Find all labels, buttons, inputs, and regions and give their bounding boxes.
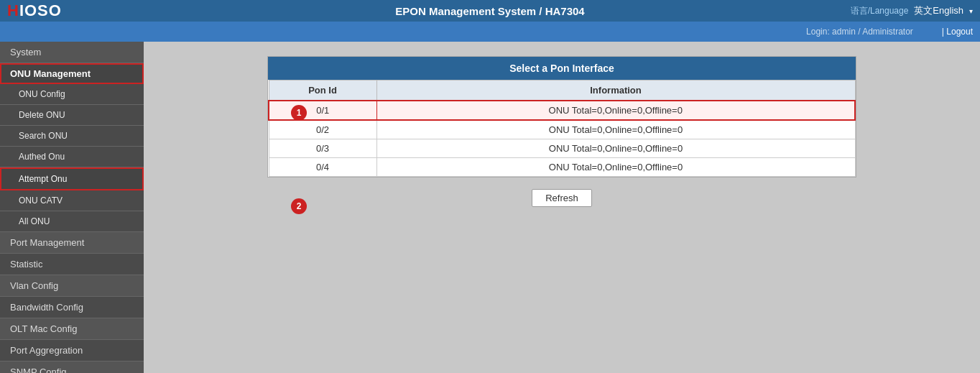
sidebar-item-bandwidth-config[interactable]: Bandwidth Config <box>0 297 144 318</box>
header-title: EPON Management System / HA7304 <box>395 5 584 17</box>
sidebar-item-onu-catv[interactable]: ONU CATV <box>0 190 144 211</box>
language-value: 英文English <box>914 4 963 17</box>
table-row[interactable]: 0/1 ONU Total=0,Online=0,Offline=0 <box>269 101 855 120</box>
info-cell: ONU Total=0,Online=0,Offline=0 <box>376 101 855 120</box>
logo-text: HIOSO <box>7 1 62 20</box>
logout-button[interactable]: | Logout <box>942 27 973 37</box>
info-cell: ONU Total=0,Online=0,Offline=0 <box>376 158 855 177</box>
pon-id-cell: 0/2 <box>269 120 376 139</box>
pon-id-cell: 0/1 <box>269 101 376 120</box>
sidebar-item-onu-config[interactable]: ONU Config <box>0 84 144 105</box>
pon-id-cell: 0/4 <box>269 158 376 177</box>
col-header-information: Information <box>376 80 855 101</box>
table-row[interactable]: 0/4 ONU Total=0,Online=0,Offline=0 <box>269 158 855 177</box>
pon-interface-table: Select a Pon Interface Pon Id Informatio… <box>267 56 856 178</box>
logo-rest: IOSO <box>19 1 62 19</box>
sidebar-item-onu-management[interactable]: ONU Management <box>0 63 144 84</box>
info-cell: ONU Total=0,Online=0,Offline=0 <box>376 139 855 158</box>
language-label: 语言/Language <box>851 5 909 17</box>
sidebar-item-snmp-config[interactable]: SNMP Config <box>0 362 144 373</box>
col-header-pon-id: Pon Id <box>269 80 376 101</box>
header-bottom: Login: admin / Administrator | Logout <box>0 22 980 42</box>
pon-table-title: Select a Pon Interface <box>268 57 856 80</box>
badge-1: 1 <box>291 105 307 121</box>
table-row[interactable]: 0/3 ONU Total=0,Online=0,Offline=0 <box>269 139 855 158</box>
sidebar: System ONU Management ONU Config Delete … <box>0 42 144 373</box>
language-selector[interactable]: 语言/Language 英文English ▾ <box>851 4 973 17</box>
pon-table: Pon Id Information 0/1 ONU Total=0,Onlin… <box>268 80 856 177</box>
badge-2: 2 <box>291 198 307 214</box>
info-cell: ONU Total=0,Online=0,Offline=0 <box>376 120 855 139</box>
header-top: HIOSO EPON Management System / HA7304 语言… <box>0 0 980 22</box>
refresh-button[interactable]: Refresh <box>532 189 592 207</box>
sidebar-item-vlan-config[interactable]: Vlan Config <box>0 275 144 297</box>
sidebar-item-port-aggregration[interactable]: Port Aggregration <box>0 340 144 362</box>
login-info: Login: admin / Administrator <box>806 27 913 37</box>
sidebar-item-attempt-onu[interactable]: Attempt Onu <box>0 167 144 190</box>
main-content: Select a Pon Interface Pon Id Informatio… <box>144 42 980 373</box>
sidebar-item-statistic[interactable]: Statistic <box>0 254 144 275</box>
main-layout: System ONU Management ONU Config Delete … <box>0 42 980 373</box>
sidebar-item-port-management[interactable]: Port Management <box>0 232 144 254</box>
logo-h: H <box>7 1 19 19</box>
pon-id-cell: 0/3 <box>269 139 376 158</box>
sidebar-item-delete-onu[interactable]: Delete ONU <box>0 105 144 126</box>
sidebar-item-authed-onu[interactable]: Authed Onu <box>0 147 144 167</box>
chevron-down-icon: ▾ <box>969 7 973 15</box>
table-row[interactable]: 0/2 ONU Total=0,Online=0,Offline=0 <box>269 120 855 139</box>
sidebar-item-olt-mac-config[interactable]: OLT Mac Config <box>0 318 144 340</box>
sidebar-item-all-onu[interactable]: All ONU <box>0 211 144 232</box>
sidebar-item-search-onu[interactable]: Search ONU <box>0 126 144 147</box>
sidebar-item-system[interactable]: System <box>0 42 144 63</box>
refresh-container: Refresh <box>158 189 966 207</box>
logo: HIOSO <box>7 1 62 20</box>
